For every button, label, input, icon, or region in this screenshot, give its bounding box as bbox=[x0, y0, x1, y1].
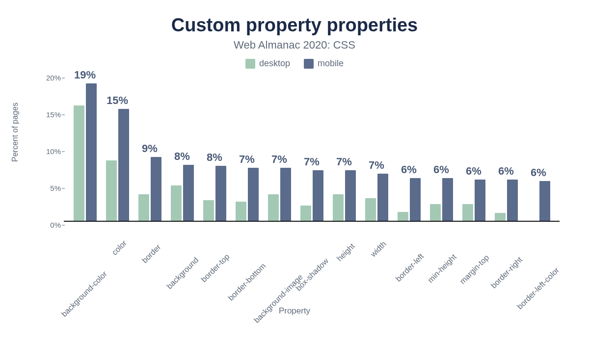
x-tick: border-right bbox=[490, 222, 522, 305]
bar-value-label: 6% bbox=[433, 163, 449, 176]
bar-value-label: 7% bbox=[369, 159, 384, 172]
legend-label-desktop: desktop bbox=[259, 58, 290, 69]
bar-mobile bbox=[86, 83, 97, 221]
bar-mobile bbox=[377, 174, 388, 221]
legend-item-mobile: mobile bbox=[304, 58, 344, 69]
chart-subtitle: Web Almanac 2020: CSS bbox=[20, 39, 569, 52]
bar-value-label: 6% bbox=[498, 165, 514, 178]
bar-mobile bbox=[410, 178, 421, 221]
x-tick: background-color bbox=[69, 222, 101, 305]
bar-value-label: 6% bbox=[531, 166, 546, 179]
bar-group: 7% bbox=[263, 75, 295, 221]
bar-mobile bbox=[313, 170, 323, 221]
legend-item-desktop: desktop bbox=[245, 58, 290, 69]
bar-desktop bbox=[171, 185, 182, 221]
bar-desktop bbox=[106, 160, 117, 221]
bar-group: 8% bbox=[166, 75, 198, 221]
bar-desktop bbox=[236, 202, 246, 221]
bar-mobile bbox=[345, 170, 356, 221]
x-tick: color bbox=[101, 222, 134, 305]
bar-value-label: 7% bbox=[271, 153, 287, 166]
x-tick: width bbox=[360, 222, 393, 305]
bar-mobile bbox=[442, 178, 453, 221]
bar-group: 7% bbox=[328, 75, 360, 221]
chart-title: Custom property properties bbox=[20, 15, 569, 36]
bar-value-label: 15% bbox=[107, 94, 128, 107]
bar-group: 8% bbox=[198, 75, 231, 221]
chart-legend: desktop mobile bbox=[20, 58, 569, 69]
x-axis-label: Property bbox=[20, 306, 569, 316]
bar-desktop bbox=[300, 206, 311, 221]
bar-desktop bbox=[203, 200, 214, 221]
bar-mobile bbox=[539, 181, 550, 221]
y-tick: 0% bbox=[36, 221, 61, 229]
bar-mobile bbox=[215, 166, 226, 221]
x-tick: box-shadow bbox=[295, 222, 328, 305]
bar-desktop bbox=[430, 204, 441, 221]
x-tick: background-image bbox=[263, 222, 295, 305]
y-tick: 20% bbox=[36, 74, 61, 82]
bar-mobile bbox=[280, 168, 291, 221]
bar-mobile bbox=[507, 180, 518, 221]
bar-mobile bbox=[248, 168, 259, 221]
x-tick: background bbox=[166, 222, 198, 305]
y-axis: 0%5%10%15%20% bbox=[36, 75, 61, 221]
bar-value-label: 8% bbox=[174, 150, 190, 163]
bar-mobile bbox=[118, 109, 129, 221]
legend-swatch-mobile bbox=[304, 59, 314, 69]
bar-desktop bbox=[365, 198, 376, 221]
x-tick: border-left bbox=[393, 222, 425, 305]
bar-mobile bbox=[183, 165, 194, 221]
bar-desktop bbox=[74, 105, 84, 221]
legend-swatch-desktop bbox=[245, 59, 255, 69]
bar-mobile bbox=[475, 180, 485, 221]
bars-container: 19%15%9%8%8%7%7%7%7%7%6%6%6%6%6% bbox=[64, 75, 560, 221]
chart-container: Custom property properties Web Almanac 2… bbox=[0, 0, 589, 364]
x-axis-labels: background-colorcolorborderbackgroundbor… bbox=[64, 222, 560, 305]
bar-value-label: 19% bbox=[74, 69, 96, 81]
bar-desktop bbox=[398, 212, 408, 221]
x-tick: border bbox=[134, 222, 166, 305]
x-tick: height bbox=[328, 222, 360, 305]
bar-desktop bbox=[333, 194, 344, 221]
bar-mobile bbox=[151, 157, 161, 221]
y-tick: 15% bbox=[36, 110, 61, 119]
x-tick: border-bottom bbox=[231, 222, 263, 305]
plot-area: 0%5%10%15%20% 19%15%9%8%8%7%7%7%7%7%6%6%… bbox=[64, 75, 560, 222]
bar-desktop bbox=[138, 194, 149, 221]
bar-group: 7% bbox=[360, 75, 393, 221]
bar-group: 6% bbox=[522, 75, 555, 221]
bar-group: 7% bbox=[295, 75, 328, 221]
bar-value-label: 6% bbox=[401, 163, 417, 176]
bar-value-label: 7% bbox=[336, 156, 352, 168]
bar-group: 7% bbox=[231, 75, 263, 221]
bar-value-label: 7% bbox=[239, 153, 255, 166]
x-tick: border-top bbox=[198, 222, 231, 305]
bar-group: 9% bbox=[134, 75, 166, 221]
bar-value-label: 7% bbox=[304, 156, 320, 168]
y-tick: 10% bbox=[36, 147, 61, 156]
x-tick: min-height bbox=[425, 222, 457, 305]
bar-value-label: 9% bbox=[142, 142, 158, 155]
bar-group: 19% bbox=[69, 75, 101, 221]
y-axis-label: Percent of pages bbox=[11, 103, 20, 162]
bar-desktop bbox=[495, 213, 506, 221]
bar-group: 6% bbox=[490, 75, 522, 221]
bar-desktop bbox=[462, 204, 473, 221]
bar-group: 15% bbox=[101, 75, 134, 221]
x-tick: border-left-color bbox=[522, 222, 555, 305]
bar-value-label: 8% bbox=[207, 151, 222, 164]
bar-desktop bbox=[268, 194, 279, 221]
bar-group: 6% bbox=[457, 75, 490, 221]
bar-group: 6% bbox=[393, 75, 425, 221]
legend-label-mobile: mobile bbox=[318, 58, 344, 69]
bar-group: 6% bbox=[425, 75, 457, 221]
x-tick: margin-top bbox=[457, 222, 490, 305]
y-tick: 5% bbox=[36, 184, 61, 192]
bar-value-label: 6% bbox=[466, 165, 482, 178]
